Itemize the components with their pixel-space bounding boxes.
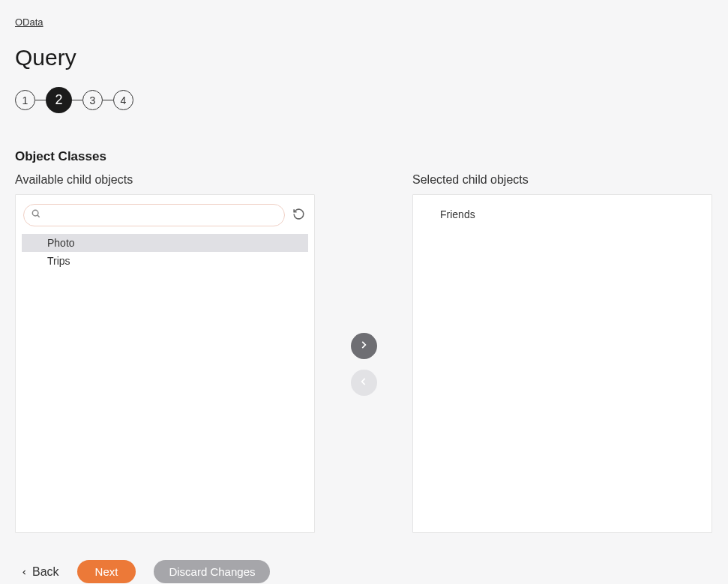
- back-button[interactable]: Back: [21, 565, 59, 579]
- selected-panel: Friends: [412, 194, 712, 533]
- wizard-stepper: 1234: [15, 87, 713, 113]
- move-left-button: [351, 370, 377, 396]
- step-connector: [72, 100, 82, 101]
- list-item[interactable]: Photo: [22, 234, 308, 252]
- step-3[interactable]: 3: [82, 90, 103, 110]
- search-row: [22, 204, 308, 232]
- available-label: Available child objects: [15, 173, 315, 187]
- selected-label: Selected child objects: [412, 173, 712, 187]
- available-column: Available child objects Phot: [15, 173, 315, 533]
- chevron-left-icon: [358, 376, 369, 389]
- list-item[interactable]: Trips: [22, 252, 308, 270]
- breadcrumb-link[interactable]: OData: [15, 16, 43, 28]
- search-input[interactable]: [23, 204, 285, 226]
- chevron-right-icon: [358, 340, 369, 352]
- page-title: Query: [15, 45, 713, 70]
- step-1[interactable]: 1: [15, 90, 35, 110]
- selected-items-list: Friends: [419, 205, 706, 223]
- footer-actions: Back Next Discard Changes: [15, 560, 713, 583]
- available-panel: PhotoTrips: [15, 194, 315, 533]
- discard-button[interactable]: Discard Changes: [154, 560, 270, 583]
- step-2[interactable]: 2: [46, 87, 72, 113]
- refresh-button[interactable]: [291, 206, 307, 224]
- transfer-controls: [315, 173, 412, 533]
- next-button[interactable]: Next: [77, 560, 136, 583]
- search-wrap: [23, 204, 285, 226]
- available-items-list: PhotoTrips: [22, 234, 308, 270]
- step-connector: [35, 100, 46, 101]
- step-4[interactable]: 4: [113, 90, 133, 110]
- list-item[interactable]: Friends: [419, 205, 706, 223]
- move-right-button[interactable]: [351, 333, 377, 359]
- dual-list-selector: Available child objects Phot: [15, 173, 713, 533]
- refresh-icon: [292, 208, 305, 223]
- back-label: Back: [32, 565, 59, 579]
- step-connector: [103, 100, 113, 101]
- chevron-left-icon: [21, 565, 28, 579]
- section-title-object-classes: Object Classes: [15, 149, 713, 164]
- selected-column: Selected child objects Friends: [412, 173, 712, 533]
